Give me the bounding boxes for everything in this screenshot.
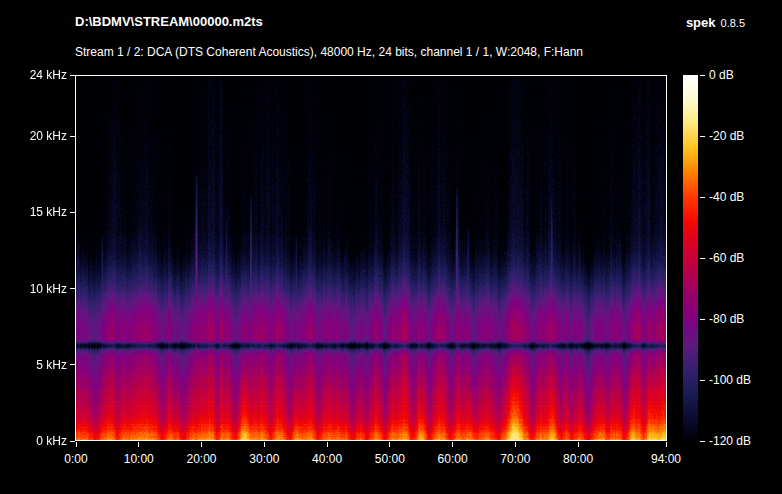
file-path-title: D:\BDMV\STREAM\00000.m2ts <box>75 14 263 29</box>
db-tick--20 <box>700 136 705 137</box>
freq-tick-15khz <box>70 212 75 213</box>
freq-tick-label-15khz: 15 kHz <box>0 204 67 220</box>
db-tick-label--80: -80 dB <box>709 311 744 327</box>
db-tick-label--40: -40 dB <box>709 189 744 205</box>
app-version: 0.8.5 <box>721 17 745 29</box>
time-tick-label-50min: 50:00 <box>360 451 420 467</box>
time-tick-10min <box>138 442 139 447</box>
time-tick-label-30min: 30:00 <box>234 451 294 467</box>
db-tick-label-0: 0 dB <box>709 67 734 83</box>
freq-tick-label-24khz: 24 kHz <box>0 67 67 83</box>
time-tick-20min <box>201 442 202 447</box>
time-tick-30min <box>264 442 265 447</box>
freq-tick-10khz <box>70 288 75 289</box>
spectrogram-frame <box>75 75 667 441</box>
db-legend-gradient <box>683 75 698 441</box>
time-tick-70min <box>515 442 516 447</box>
stream-info: Stream 1 / 2: DCA (DTS Coherent Acoustic… <box>75 45 583 59</box>
time-tick-label-40min: 40:00 <box>297 451 357 467</box>
time-tick-94min <box>666 442 667 447</box>
time-tick-label-70min: 70:00 <box>485 451 545 467</box>
time-tick-label-94min: 94:00 <box>636 451 696 467</box>
freq-tick-5khz <box>70 364 75 365</box>
time-tick-label-0min: 0:00 <box>46 451 106 467</box>
time-tick-40min <box>327 442 328 447</box>
freq-tick-label-10khz: 10 kHz <box>0 281 67 297</box>
db-tick-label--100: -100 dB <box>709 372 751 388</box>
db-tick--40 <box>700 197 705 198</box>
app-name: spek <box>686 15 716 30</box>
db-tick-label--60: -60 dB <box>709 250 744 266</box>
app-brand: spek 0.8.5 <box>686 15 745 30</box>
db-tick--60 <box>700 258 705 259</box>
db-tick-label--20: -20 dB <box>709 128 744 144</box>
freq-tick-0khz <box>70 441 75 442</box>
time-tick-80min <box>578 442 579 447</box>
spek-window: D:\BDMV\STREAM\00000.m2ts spek 0.8.5 Str… <box>0 0 782 494</box>
time-tick-label-80min: 80:00 <box>548 451 608 467</box>
db-tick-0 <box>700 75 705 76</box>
freq-tick-label-5khz: 5 kHz <box>0 357 67 373</box>
spectrogram <box>76 76 666 440</box>
freq-tick-24khz <box>70 75 75 76</box>
time-tick-60min <box>452 442 453 447</box>
db-tick--100 <box>700 380 705 381</box>
freq-tick-label-0khz: 0 kHz <box>0 433 67 449</box>
db-tick--120 <box>700 441 705 442</box>
db-tick-label--120: -120 dB <box>709 433 751 449</box>
db-legend-bar <box>683 75 698 441</box>
time-tick-label-20min: 20:00 <box>172 451 232 467</box>
freq-tick-20khz <box>70 136 75 137</box>
db-tick--80 <box>700 319 705 320</box>
freq-tick-label-20khz: 20 kHz <box>0 128 67 144</box>
time-tick-50min <box>389 442 390 447</box>
time-tick-label-10min: 10:00 <box>109 451 169 467</box>
time-tick-label-60min: 60:00 <box>423 451 483 467</box>
time-tick-0min <box>76 442 77 447</box>
